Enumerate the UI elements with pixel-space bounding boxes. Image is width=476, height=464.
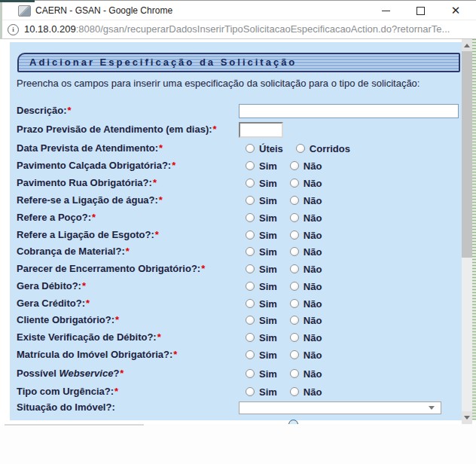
matricula-imovel-obrigatoria-radio-não[interactable] bbox=[290, 350, 299, 359]
cliente-obrigatorio-radio-não[interactable] bbox=[290, 316, 299, 325]
refere-se-ligacao-agua-control: SimNão bbox=[246, 192, 334, 209]
data-prevista-atendimento-radio-úteis[interactable] bbox=[246, 144, 255, 153]
existe-verificacao-debito-radio-sim[interactable] bbox=[246, 333, 255, 342]
tipo-com-urgencia-label: Tipo com Urgência?:* bbox=[17, 383, 118, 400]
tipo-com-urgencia-radio-sim[interactable] bbox=[246, 387, 255, 396]
pavimento-rua-obrigatoria-option-label: Não bbox=[304, 178, 322, 189]
existe-verificacao-debito-radio-não[interactable] bbox=[290, 333, 299, 342]
pavimento-calcada-obrigatoria-option-label: Não bbox=[304, 160, 322, 172]
vertical-scrollbar[interactable] bbox=[462, 39, 472, 424]
field-row-existe-verificacao-debito: Existe Verificação de Débito?:*SimNão bbox=[17, 329, 459, 346]
parecer-encerramento-obrigatorio-radio-sim[interactable] bbox=[246, 264, 255, 273]
required-marker: * bbox=[213, 124, 217, 135]
required-marker: * bbox=[120, 368, 124, 379]
matricula-imovel-obrigatoria-radio-sim[interactable] bbox=[246, 350, 255, 359]
refere-se-ligacao-agua-radio-sim[interactable] bbox=[246, 196, 255, 205]
pavimento-rua-obrigatoria-radio-não[interactable] bbox=[290, 179, 299, 188]
data-prevista-atendimento-control: ÚteisCorridos bbox=[246, 140, 363, 157]
select-dropdown-arrow-icon bbox=[429, 406, 435, 410]
required-marker: * bbox=[86, 298, 90, 309]
gera-debito-radio-sim[interactable] bbox=[246, 282, 255, 291]
desktop-area bbox=[0, 424, 476, 464]
field-row-prazo-previsao-atendimento: Prazo Previsão de Atendimento (em dias):… bbox=[17, 121, 459, 138]
cliente-obrigatorio-control: SimNão bbox=[246, 312, 334, 328]
refere-poco-option-label: Não bbox=[304, 212, 322, 224]
gera-debito-control: SimNão bbox=[246, 278, 334, 295]
refere-poco-radio-não[interactable] bbox=[290, 213, 299, 222]
pavimento-calcada-obrigatoria-control: SimNão bbox=[246, 157, 334, 174]
cobranca-material-radio-não[interactable] bbox=[290, 247, 299, 256]
scroll-down-button[interactable] bbox=[462, 411, 472, 424]
refere-ligacao-esgoto-label: Refere a Ligação de Esgoto?:* bbox=[17, 227, 159, 243]
pavimento-rua-obrigatoria-radio-sim[interactable] bbox=[246, 179, 255, 188]
cobranca-material-control: SimNão bbox=[246, 243, 334, 260]
field-row-possivel-webservice: Possível Webservice?*SimNão bbox=[17, 365, 459, 382]
pavimento-calcada-obrigatoria-option-label: Sim bbox=[259, 160, 277, 172]
scroll-down-icon bbox=[464, 416, 470, 420]
tipo-com-urgencia-control: SimNão bbox=[246, 383, 334, 400]
page-info-icon[interactable]: i bbox=[8, 24, 19, 35]
situacao-imovel-label: Situação do Imóvel?: bbox=[17, 399, 115, 416]
pavimento-calcada-obrigatoria-radio-não[interactable] bbox=[290, 161, 299, 170]
page-title: Adicionar Especificação da Solicitação bbox=[29, 54, 297, 71]
matricula-imovel-obrigatoria-option-label: Não bbox=[304, 350, 322, 361]
parecer-encerramento-obrigatorio-radio-não[interactable] bbox=[290, 264, 299, 273]
address-bar[interactable]: i 10.18.0.209:8080/gsan/recuperarDadosIn… bbox=[0, 20, 476, 39]
browser-popup-window: CAERN - GSAN - Google Chrome ✕ i 10.18.0… bbox=[0, 0, 476, 464]
required-marker: * bbox=[82, 280, 86, 292]
window-shadow bbox=[5, 424, 144, 426]
possivel-webservice-radio-não[interactable] bbox=[290, 369, 299, 378]
refere-ligacao-esgoto-radio-sim[interactable] bbox=[246, 230, 255, 240]
matricula-imovel-obrigatoria-option-label: Sim bbox=[259, 350, 277, 361]
gera-credito-label: Gera Crédito?:* bbox=[17, 295, 90, 312]
required-marker: * bbox=[172, 160, 175, 171]
field-row-situacao-imovel: Situação do Imóvel?: bbox=[17, 399, 459, 416]
possivel-webservice-radio-sim[interactable] bbox=[246, 369, 255, 378]
situacao-imovel-select[interactable] bbox=[239, 401, 441, 414]
tipo-com-urgencia-radio-não[interactable] bbox=[290, 387, 299, 396]
possivel-webservice-option-label: Não bbox=[304, 368, 322, 380]
possivel-webservice-option-label: Sim bbox=[259, 368, 277, 380]
data-prevista-atendimento-radio-corridos[interactable] bbox=[296, 144, 305, 153]
minimize-button[interactable] bbox=[375, 1, 398, 20]
data-prevista-atendimento-option-label: Úteis bbox=[259, 143, 283, 154]
pavimento-calcada-obrigatoria-radio-sim[interactable] bbox=[246, 161, 255, 170]
maximize-icon bbox=[416, 7, 425, 15]
field-row-matricula-imovel-obrigatoria: Matrícula do Imóvel Obrigatória?:*SimNão bbox=[17, 346, 459, 363]
required-marker: * bbox=[153, 177, 157, 188]
existe-verificacao-debito-option-label: Não bbox=[304, 332, 322, 343]
gera-debito-option-label: Não bbox=[304, 281, 322, 292]
minimize-icon bbox=[382, 11, 390, 11]
field-row-refere-se-ligacao-agua: Refere-se a Ligação de água?:*SimNão bbox=[17, 192, 459, 209]
cliente-obrigatorio-label: Cliente Obrigatório?:* bbox=[17, 312, 119, 328]
required-marker: * bbox=[67, 105, 71, 116]
required-marker: * bbox=[115, 314, 119, 325]
gera-debito-label: Gera Débito?:* bbox=[17, 278, 86, 295]
cliente-obrigatorio-radio-sim[interactable] bbox=[246, 316, 255, 325]
descricao-input[interactable] bbox=[239, 104, 459, 118]
refere-poco-radio-sim[interactable] bbox=[246, 213, 255, 222]
gera-credito-radio-sim[interactable] bbox=[246, 299, 255, 308]
prazo-previsao-atendimento-input[interactable] bbox=[239, 122, 283, 138]
matricula-imovel-obrigatoria-control: SimNão bbox=[246, 346, 334, 363]
scrollbar-thumb[interactable] bbox=[462, 51, 472, 258]
window-title: CAERN - GSAN - Google Chrome bbox=[35, 1, 172, 20]
close-button[interactable]: ✕ bbox=[444, 1, 467, 20]
refere-se-ligacao-agua-radio-não[interactable] bbox=[290, 196, 299, 205]
existe-verificacao-debito-control: SimNão bbox=[246, 329, 334, 346]
maximize-button[interactable] bbox=[410, 1, 432, 20]
background-window-top-strip bbox=[0, 0, 35, 2]
refere-se-ligacao-agua-option-label: Sim bbox=[259, 195, 277, 206]
prazo-previsao-atendimento-control bbox=[239, 121, 283, 138]
form-container: Adicionar Especificação da Solicitação P… bbox=[10, 42, 462, 420]
refere-ligacao-esgoto-radio-não[interactable] bbox=[290, 230, 299, 240]
cobranca-material-radio-sim[interactable] bbox=[246, 247, 255, 256]
scroll-up-button[interactable] bbox=[462, 39, 472, 52]
required-marker: * bbox=[92, 212, 96, 223]
required-marker: * bbox=[157, 331, 161, 343]
gera-debito-radio-não[interactable] bbox=[290, 282, 299, 291]
url-text: 10.18.0.209:8080/gsan/recuperarDadosInse… bbox=[24, 20, 450, 38]
gera-credito-control: SimNão bbox=[246, 295, 334, 312]
refere-poco-control: SimNão bbox=[246, 209, 334, 226]
gera-credito-radio-não[interactable] bbox=[290, 299, 299, 308]
